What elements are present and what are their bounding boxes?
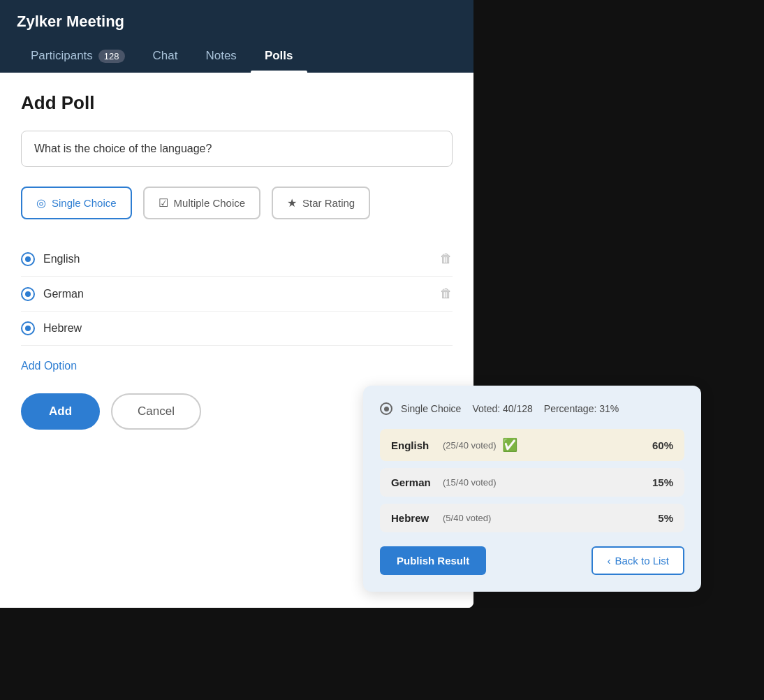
tab-bar: Participants 128 Chat Notes Polls xyxy=(17,42,457,73)
result-votes-hebrew: (5/40 voted) xyxy=(443,513,491,523)
option-hebrew: Hebrew xyxy=(43,322,453,335)
header: Zylker Meeting Participants 128 Chat Not… xyxy=(0,0,473,73)
result-bar-english: English (25/40 voted) ✅ 60% xyxy=(380,429,684,461)
radio-icon-german xyxy=(21,287,35,301)
single-choice-label: Single Choice xyxy=(52,197,117,209)
result-label-hebrew: Hebrew xyxy=(391,512,440,524)
option-english: English xyxy=(43,253,432,265)
tab-notes[interactable]: Notes xyxy=(191,42,250,73)
multiple-choice-icon: ☑ xyxy=(159,196,168,210)
tab-chat-label: Chat xyxy=(153,49,178,63)
back-chevron-icon: ‹ xyxy=(607,555,610,567)
results-panel: Single Choice Voted: 40/128 Percentage: … xyxy=(363,386,701,592)
cancel-button[interactable]: Cancel xyxy=(111,393,201,430)
publish-result-button[interactable]: Publish Result xyxy=(380,546,486,575)
meeting-title: Zylker Meeting xyxy=(17,13,457,31)
type-star-rating[interactable]: ★ Star Rating xyxy=(272,187,370,219)
results-percentage: Percentage: 31% xyxy=(544,403,619,414)
tab-notes-label: Notes xyxy=(205,49,236,63)
results-radio-icon xyxy=(380,402,392,415)
result-percent-english: 60% xyxy=(652,439,673,451)
back-to-list-button[interactable]: ‹ Back to List xyxy=(592,546,684,575)
option-row: Hebrew xyxy=(21,312,453,346)
result-row-english: English (25/40 voted) ✅ 60% xyxy=(380,429,684,461)
star-rating-label: Star Rating xyxy=(302,197,355,209)
question-input[interactable] xyxy=(21,131,453,167)
add-poll-button[interactable]: Add xyxy=(21,393,100,430)
tab-participants[interactable]: Participants 128 xyxy=(17,42,139,73)
type-single-choice[interactable]: ◎ Single Choice xyxy=(21,187,132,219)
page-title: Add Poll xyxy=(21,92,453,114)
option-row: German 🗑 xyxy=(21,277,453,312)
participants-badge: 128 xyxy=(98,50,125,63)
results-meta: Single Choice Voted: 40/128 Percentage: … xyxy=(401,403,684,414)
result-votes-english: (25/40 voted) xyxy=(443,440,497,451)
result-bar-german: German (15/40 voted) 15% xyxy=(380,468,684,497)
back-to-list-label: Back to List xyxy=(615,555,669,567)
result-row-german: German (15/40 voted) 15% xyxy=(380,468,684,497)
results-voted: Voted: 40/128 xyxy=(472,403,532,414)
results-header: Single Choice Voted: 40/128 Percentage: … xyxy=(380,402,684,415)
tab-chat[interactable]: Chat xyxy=(139,42,192,73)
result-bar-hebrew: Hebrew (5/40 voted) 5% xyxy=(380,504,684,532)
single-choice-icon: ◎ xyxy=(36,196,46,210)
tab-polls[interactable]: Polls xyxy=(251,42,307,73)
result-label-english: English xyxy=(391,439,440,451)
type-selector: ◎ Single Choice ☑ Multiple Choice ★ Star… xyxy=(21,187,453,219)
result-percent-german: 15% xyxy=(652,476,673,488)
results-footer: Publish Result ‹ Back to List xyxy=(380,546,684,575)
result-label-german: German xyxy=(391,476,440,488)
tab-participants-label: Participants xyxy=(31,49,93,63)
winner-check-icon: ✅ xyxy=(502,437,517,453)
results-type-label: Single Choice xyxy=(401,403,461,414)
radio-icon-hebrew xyxy=(21,321,35,335)
delete-english-icon[interactable]: 🗑 xyxy=(440,251,453,266)
result-row-hebrew: Hebrew (5/40 voted) 5% xyxy=(380,504,684,532)
type-multiple-choice[interactable]: ☑ Multiple Choice xyxy=(143,187,261,219)
radio-icon-english xyxy=(21,252,35,266)
delete-german-icon[interactable]: 🗑 xyxy=(440,286,453,301)
multiple-choice-label: Multiple Choice xyxy=(174,197,246,209)
add-option-link[interactable]: Add Option xyxy=(21,360,453,372)
option-row: English 🗑 xyxy=(21,242,453,277)
options-list: English 🗑 German 🗑 Hebrew xyxy=(21,242,453,346)
tab-polls-label: Polls xyxy=(265,49,293,63)
option-german: German xyxy=(43,288,432,300)
result-percent-hebrew: 5% xyxy=(658,512,673,524)
star-rating-icon: ★ xyxy=(287,196,297,210)
result-votes-german: (15/40 voted) xyxy=(443,477,497,488)
